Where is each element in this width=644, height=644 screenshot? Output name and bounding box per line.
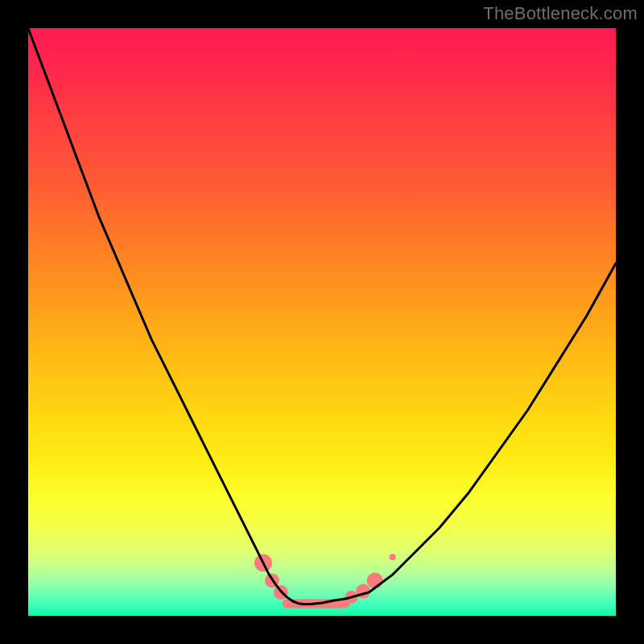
chart-frame: TheBottleneck.com [0, 0, 644, 644]
curve-layer [28, 28, 616, 616]
right-lone-dot [390, 554, 396, 560]
right-marker-upper [367, 572, 383, 588]
bottleneck-curve [28, 28, 616, 604]
plot-area [28, 28, 616, 616]
watermark: TheBottleneck.com [483, 3, 638, 24]
